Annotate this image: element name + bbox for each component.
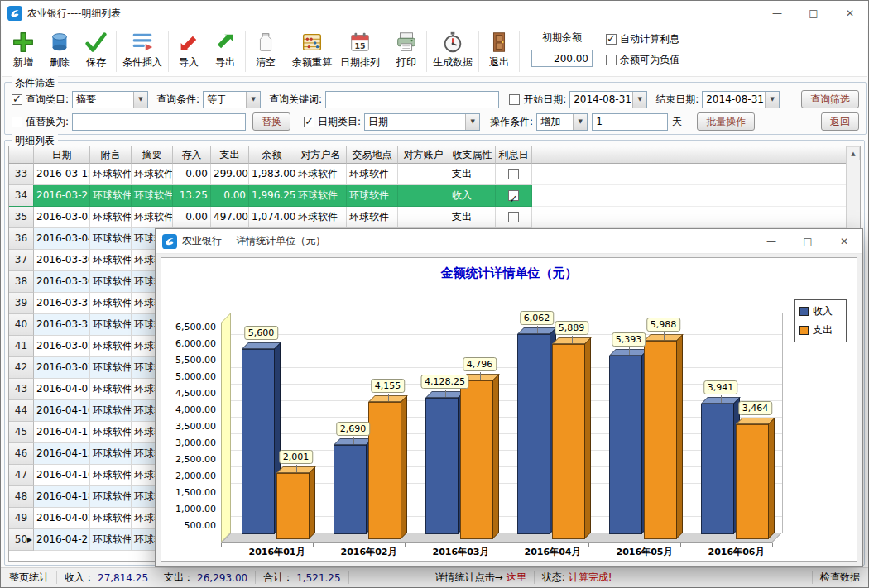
cell-deposit[interactable]: 0.00 <box>173 207 211 228</box>
cell-memo[interactable]: 环球软件 <box>90 293 132 314</box>
cell-num[interactable]: 37 <box>9 250 34 271</box>
cell-summary[interactable]: 环球软件 <box>132 207 173 228</box>
cell-num[interactable]: 49 <box>9 508 34 529</box>
cell-summary[interactable]: 环球软件 <box>132 164 173 185</box>
cell-memo[interactable]: 环球软件 <box>90 357 132 379</box>
interest-day-checkbox[interactable] <box>508 212 519 222</box>
cell-memo[interactable]: 环球软件 <box>90 443 132 465</box>
column-header-withdraw[interactable]: 支出 <box>211 146 249 164</box>
cell-party[interactable]: 环球软件 <box>295 207 347 228</box>
negative-balance-option[interactable]: 余额可为负值 <box>606 53 679 67</box>
replace-check[interactable]: 值替换为: <box>12 115 69 129</box>
cell-date[interactable]: 2016-03-31 <box>34 293 90 314</box>
table-row[interactable]: 342016-03-21环球软件环球软件13.250.001,996.25环球软… <box>9 185 860 207</box>
cell-withdraw[interactable]: 497.00 <box>211 207 249 228</box>
cell-memo[interactable]: 环球软件 <box>90 508 132 529</box>
column-header-party[interactable]: 对方户名 <box>295 146 347 164</box>
column-header-num[interactable] <box>9 146 34 164</box>
replace-checkbox[interactable] <box>12 117 22 127</box>
cell-memo[interactable]: 环球软件 <box>90 185 132 207</box>
query-keyword-input[interactable] <box>325 91 499 108</box>
auto-interest-checkbox[interactable] <box>606 34 617 45</box>
recalc-balance-button[interactable]: 余额重算 <box>288 27 336 69</box>
cell-num[interactable]: 43 <box>9 379 34 400</box>
clear-button[interactable]: 清空 <box>247 27 284 69</box>
replace-value-input[interactable] <box>72 113 246 131</box>
cell-place[interactable]: 环球软件 <box>347 207 398 228</box>
cell-num[interactable]: 35 <box>9 207 34 228</box>
cell-date[interactable]: 2016-04-18 <box>34 486 90 508</box>
cell-num[interactable]: 39 <box>9 293 34 314</box>
cell-num[interactable]: 36 <box>9 228 34 250</box>
cell-date[interactable]: 2016-04-16 <box>34 465 90 486</box>
cell-interest[interactable] <box>496 207 532 228</box>
cell-num[interactable]: 50▶ <box>9 529 34 551</box>
table-row[interactable]: 352016-03-03环球软件环球软件0.00497.001,074.00环球… <box>9 207 860 228</box>
scroll-up-arrow[interactable]: ▲ <box>847 146 860 160</box>
date-category-select[interactable]: 日期 ▼ <box>364 113 480 131</box>
interest-day-checkbox[interactable] <box>508 190 519 201</box>
cell-memo[interactable]: 环球软件 <box>90 164 132 185</box>
cell-num[interactable]: 40 <box>9 314 34 336</box>
generate-data-button[interactable]: 生成数据 <box>429 27 477 69</box>
cell-date[interactable]: 2016-04-02 <box>34 508 90 529</box>
cell-memo[interactable]: 环球软件 <box>90 465 132 486</box>
cell-date[interactable]: 2016-03-21 <box>34 185 90 207</box>
operation-amount-input[interactable] <box>592 113 668 131</box>
cell-num[interactable]: 41 <box>9 336 34 357</box>
exit-button[interactable]: 退出 <box>481 27 517 69</box>
initial-balance-input[interactable] <box>531 50 593 67</box>
chevron-down-icon[interactable]: ▼ <box>765 92 779 108</box>
date-category-check[interactable]: 日期类目: <box>304 115 361 129</box>
import-button[interactable]: 导入 <box>170 27 207 69</box>
delete-button[interactable]: 删除 <box>41 27 78 69</box>
batch-operation-button[interactable]: 批量操作 <box>697 112 755 131</box>
cell-account[interactable] <box>398 207 449 228</box>
cell-withdraw[interactable]: 299.00 <box>211 164 249 185</box>
cell-date[interactable]: 2016-04-11 <box>34 422 90 443</box>
print-button[interactable]: 打印 <box>388 27 425 69</box>
cell-balance[interactable]: 1,074.00 <box>249 207 295 228</box>
start-date-checkbox[interactable] <box>509 94 520 105</box>
replace-button[interactable]: 替换 <box>252 112 290 131</box>
end-date-picker[interactable]: 2014-08-31 ▼ <box>702 91 780 108</box>
cell-memo[interactable]: 环球软件 <box>90 228 132 250</box>
start-date-picker[interactable]: 2014-08-31 ▼ <box>569 91 647 108</box>
negative-balance-checkbox[interactable] <box>606 55 617 65</box>
cell-date[interactable]: 2016-04-21 <box>34 529 90 551</box>
detail-hint-link[interactable]: 这里 <box>505 571 528 585</box>
cell-memo[interactable]: 环球软件 <box>90 314 132 336</box>
query-filter-button[interactable]: 查询筛选 <box>801 90 859 108</box>
chart-close-button[interactable]: ✕ <box>826 229 862 253</box>
cell-deposit[interactable]: 13.25 <box>173 185 211 207</box>
cell-balance[interactable]: 1,983.00 <box>249 164 295 185</box>
chart-maximize-button[interactable]: □ <box>790 229 826 253</box>
cell-memo[interactable]: 环球软件 <box>90 486 132 508</box>
date-sort-button[interactable]: 15 日期排列 <box>336 27 384 69</box>
column-header-deposit[interactable]: 存入 <box>173 146 211 164</box>
cell-num[interactable]: 44 <box>9 400 34 422</box>
cell-memo[interactable]: 环球软件 <box>90 422 132 443</box>
cell-memo[interactable]: 环球软件 <box>90 379 132 400</box>
auto-interest-option[interactable]: 自动计算利息 <box>606 32 679 46</box>
query-category-select[interactable]: 摘要 ▼ <box>72 91 148 108</box>
cell-num[interactable]: 34 <box>9 185 34 207</box>
cell-place[interactable]: 环球软件 <box>347 164 398 185</box>
cell-num[interactable]: 33 <box>9 164 34 185</box>
chart-minimize-button[interactable]: — <box>753 229 790 253</box>
column-header-place[interactable]: 交易地点 <box>347 146 398 164</box>
cell-party[interactable]: 环球软件 <box>295 185 347 207</box>
chevron-down-icon[interactable]: ▼ <box>573 114 587 130</box>
column-header-date[interactable]: 日期 <box>34 146 90 164</box>
cell-date[interactable]: 2016-03-30 <box>34 271 90 293</box>
cell-memo[interactable]: 环球软件 <box>90 271 132 293</box>
cell-deposit[interactable]: 0.00 <box>173 164 211 185</box>
cell-date[interactable]: 2016-04-10 <box>34 400 90 422</box>
date-category-checkbox[interactable] <box>304 117 314 127</box>
cell-num[interactable]: 46 <box>9 443 34 465</box>
cell-memo[interactable]: 环球软件 <box>90 336 132 357</box>
column-header-summary[interactable]: 摘要 <box>132 146 173 164</box>
column-header-interest[interactable]: 利息日 <box>496 146 532 164</box>
operation-select[interactable]: 增加 ▼ <box>536 113 588 131</box>
cell-num[interactable]: 42 <box>9 357 34 379</box>
